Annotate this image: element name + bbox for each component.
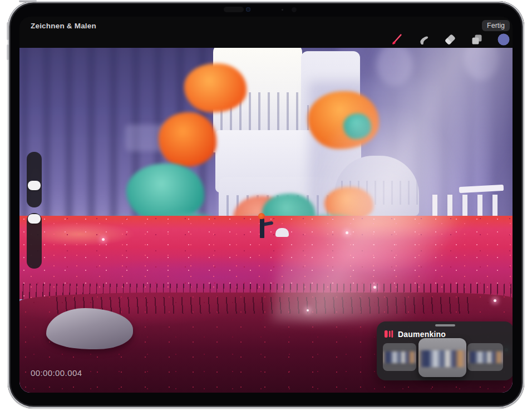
layers-icon[interactable] [470,33,484,46]
artwork-orange-tree [159,112,216,167]
eraser-icon[interactable] [444,33,457,46]
sensor-dot [292,7,297,12]
flipbook-header: Daumenkino [384,329,446,339]
sidebar-sliders [27,152,42,269]
artwork-character-head [258,213,265,219]
artwork-orange-tree [184,63,247,112]
frame-preview [418,350,466,368]
tool-row [390,32,510,47]
frame-preview [467,351,503,363]
front-sensor-pill [224,7,244,12]
color-swatch[interactable] [497,33,510,46]
volume-up-button [7,22,9,40]
smudge-icon[interactable] [417,33,430,46]
frame-preview [383,351,416,363]
mic-dot [282,9,283,11]
artwork-character [260,218,264,238]
artwork-rock [46,308,133,349]
flipbook-frame[interactable] [467,343,503,371]
screenshot-stage: Zeichnen & Malen Fertig [0,0,532,411]
timecode-label: 00:00:00.004 [31,368,82,378]
drag-handle[interactable] [435,324,455,326]
page-title: Zeichnen & Malen [31,22,96,30]
paintbrush-icon[interactable] [390,33,403,46]
opacity-slider[interactable] [27,213,42,269]
front-camera-icon [246,7,250,12]
opacity-thumb[interactable] [28,214,41,224]
flipbook-frame-selected[interactable] [418,338,466,377]
flipbook-title: Daumenkino [398,330,446,339]
artwork-light-wash [281,70,492,315]
app-screen: Zeichnen & Malen Fertig [19,17,513,393]
flipbook-frame[interactable] [383,343,416,371]
artwork-glow-dot [102,238,105,241]
flipbook-panel: Daumenkino [377,321,513,380]
flipbook-icon [384,329,393,339]
power-button [19,0,37,2]
top-toolbar: Zeichnen & Malen Fertig [19,17,513,48]
brush-size-slider[interactable] [27,152,42,207]
done-button[interactable]: Fertig [482,20,510,31]
ipad-body: Zeichnen & Malen Fertig [8,1,524,408]
brush-size-thumb[interactable] [28,181,41,190]
volume-down-button [7,44,9,60]
